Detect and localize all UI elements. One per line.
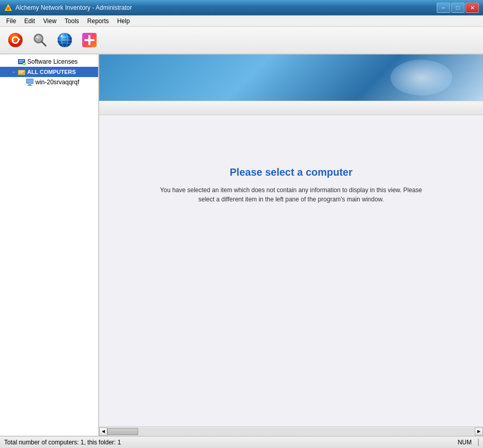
menu-view[interactable]: View <box>39 16 61 26</box>
title-bar: Alchemy Network Inventory - Administrato… <box>0 0 483 15</box>
menu-tools[interactable]: Tools <box>61 16 83 26</box>
close-button[interactable]: ✕ <box>466 3 479 13</box>
svg-rect-23 <box>19 71 24 72</box>
svg-rect-27 <box>28 84 31 85</box>
add-icon <box>81 32 98 48</box>
scrollbar-thumb[interactable] <box>107 428 138 435</box>
tree-item-software-licenses[interactable]: Software Licenses <box>0 57 98 67</box>
tree-expand-2: − <box>10 68 17 76</box>
window-title: Alchemy Network Inventory - Administrato… <box>15 4 132 11</box>
tree-label-all-computers: ALL COMPUTERS <box>27 69 76 75</box>
select-computer-desc: You have selected an item which does not… <box>153 185 430 204</box>
sidebar[interactable]: Software Licenses − ALL COMPUTERS <box>0 54 99 436</box>
app-icon <box>4 4 12 12</box>
tree-expand-1 <box>10 58 17 65</box>
scrollbar-right-button[interactable]: ▶ <box>475 427 483 436</box>
toolbar-search-button[interactable] <box>29 29 51 51</box>
tree-label-win-computer: win-20srvaqqrqf <box>35 79 79 86</box>
svg-rect-20 <box>19 62 23 63</box>
maximize-button[interactable]: □ <box>451 3 465 13</box>
search-icon <box>32 32 48 48</box>
content-panel: Please select a computer You have select… <box>99 54 483 436</box>
main-area: Software Licenses − ALL COMPUTERS <box>0 54 483 436</box>
tree-item-win-computer[interactable]: win-20srvaqqrqf <box>0 77 98 87</box>
menu-edit[interactable]: Edit <box>20 16 39 26</box>
title-bar-left: Alchemy Network Inventory - Administrato… <box>4 4 132 12</box>
status-divider <box>478 439 479 446</box>
scrollbar-left-button[interactable]: ◀ <box>99 427 107 436</box>
select-computer-title: Please select a computer <box>230 166 352 178</box>
toolbar-refresh-button[interactable] <box>4 29 27 51</box>
content-body: Please select a computer You have select… <box>99 115 483 426</box>
toolbar-network-button[interactable] <box>53 29 76 51</box>
software-licenses-icon <box>17 58 26 66</box>
svg-rect-19 <box>19 60 24 61</box>
title-controls: − □ ✕ <box>437 3 479 13</box>
svg-point-6 <box>35 35 42 42</box>
tree-expand-3 <box>18 79 26 86</box>
status-text: Total number of computers: 1, this folde… <box>4 439 121 446</box>
svg-line-7 <box>42 42 46 46</box>
computer-icon <box>26 78 34 86</box>
menu-file[interactable]: File <box>2 16 20 26</box>
svg-point-14 <box>61 35 63 37</box>
svg-rect-24 <box>19 72 23 73</box>
menu-reports[interactable]: Reports <box>83 16 113 26</box>
svg-point-1 <box>7 7 10 10</box>
num-indicator: NUM <box>458 439 472 446</box>
svg-rect-26 <box>27 79 33 83</box>
content-header <box>99 54 483 101</box>
minimize-button[interactable]: − <box>437 3 450 13</box>
status-bar: Total number of computers: 1, this folde… <box>0 436 483 448</box>
refresh-icon <box>7 32 24 48</box>
toolbar <box>0 27 483 54</box>
svg-point-8 <box>36 36 39 39</box>
menu-help[interactable]: Help <box>113 16 134 26</box>
menu-bar: File Edit View Tools Reports Help <box>0 15 483 27</box>
content-scrollbar[interactable]: ◀ ▶ <box>99 426 483 436</box>
tree-item-all-computers[interactable]: − ALL COMPUTERS <box>0 67 98 77</box>
network-icon <box>57 32 73 48</box>
svg-rect-17 <box>84 39 95 41</box>
tree-label-software-licenses: Software Licenses <box>27 58 78 65</box>
toolbar-add-button[interactable] <box>78 29 101 51</box>
all-computers-icon <box>17 68 26 76</box>
content-toolbar <box>99 101 483 115</box>
svg-rect-28 <box>27 85 32 86</box>
status-right: NUM <box>458 439 479 446</box>
scrollbar-track[interactable] <box>107 427 475 436</box>
